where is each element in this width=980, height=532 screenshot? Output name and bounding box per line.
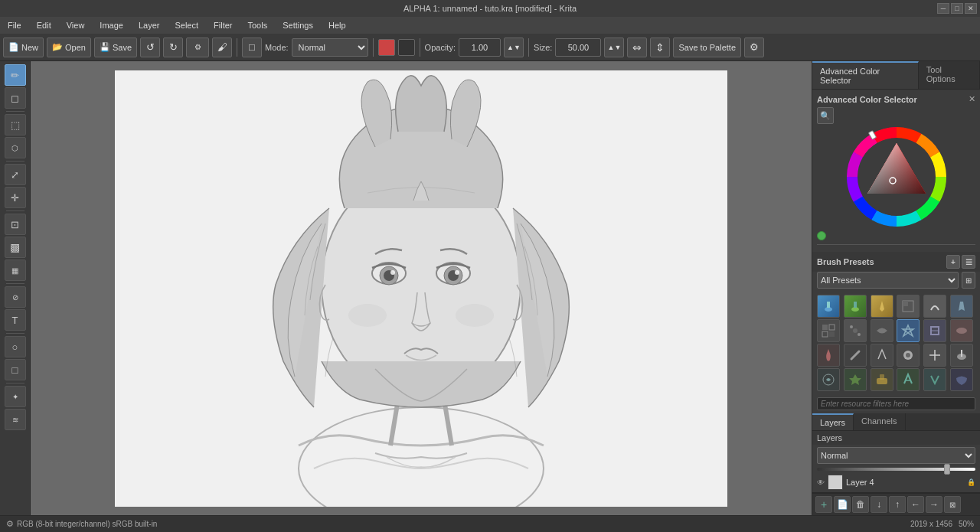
brush-item[interactable] — [871, 344, 893, 367]
tool-fill[interactable]: ▩ — [5, 237, 26, 258]
open-button[interactable]: 📂 Open — [47, 38, 91, 57]
add-layer-button[interactable]: + — [815, 496, 832, 513]
layer-lock-icon[interactable]: 🔒 — [967, 478, 975, 486]
brush-item[interactable] — [817, 344, 840, 367]
tab-layers[interactable]: Layers — [812, 413, 854, 430]
tool-move[interactable]: ✛ — [5, 187, 26, 208]
layers-opacity-slider[interactable] — [817, 468, 975, 471]
eyedropper-icon[interactable]: 🔍 — [817, 107, 834, 124]
tool-eyedropper[interactable]: ⊘ — [5, 286, 26, 308]
brush-item[interactable] — [950, 319, 973, 342]
menu-help[interactable]: Help — [324, 19, 351, 31]
menu-settings[interactable]: Settings — [278, 19, 318, 31]
menu-file[interactable]: File — [3, 19, 26, 31]
mirror-v-button[interactable]: ⇕ — [650, 38, 670, 57]
brush-item[interactable] — [897, 319, 920, 342]
bg-color-button[interactable] — [398, 39, 415, 56]
brush-item[interactable] — [897, 368, 920, 391]
menu-filter[interactable]: Filter — [209, 19, 237, 31]
brush-item[interactable] — [817, 319, 840, 342]
new-button[interactable]: 📄 New — [3, 38, 44, 57]
presets-add-button[interactable]: + — [946, 255, 960, 269]
brush-item[interactable] — [817, 295, 840, 318]
brush-item[interactable] — [897, 295, 920, 318]
tab-channels[interactable]: Channels — [854, 413, 905, 430]
palette-options-button[interactable]: ⚙ — [744, 38, 764, 57]
canvas[interactable] — [115, 70, 727, 507]
opacity-input[interactable]: 1.00 — [459, 38, 501, 57]
tool-selection-rect[interactable]: ⬚ — [5, 114, 26, 135]
tool-blur[interactable]: ≋ — [5, 409, 26, 430]
canvas-area[interactable] — [31, 61, 812, 515]
brush-item[interactable] — [844, 344, 867, 367]
mode-select[interactable]: Normal Multiply Screen Overlay — [292, 38, 368, 57]
color-selector-close[interactable]: ✕ — [969, 94, 975, 104]
tool-shape-ellipse[interactable]: ○ — [5, 336, 26, 357]
tool-selection-freehand[interactable]: ⬡ — [5, 137, 26, 158]
menu-view[interactable]: View — [62, 19, 90, 31]
duplicate-layer-button[interactable]: 📄 — [834, 496, 851, 513]
close-button[interactable]: ✕ — [965, 3, 977, 14]
brush-item[interactable] — [871, 295, 893, 318]
brush-mode-button[interactable]: □ — [242, 38, 262, 57]
presets-view-options[interactable]: ⊞ — [962, 272, 975, 289]
tab-tool-options[interactable]: Tool Options — [919, 61, 980, 89]
brush-item[interactable] — [817, 368, 840, 391]
delete-layer-button[interactable]: 🗑 — [852, 496, 869, 513]
presets-options-button[interactable]: ☰ — [962, 255, 975, 269]
brush-item[interactable] — [844, 368, 867, 391]
menu-image[interactable]: Image — [95, 19, 128, 31]
flatten-button[interactable]: → — [926, 496, 942, 513]
brush-preset-button[interactable]: 🖌 — [212, 38, 232, 57]
undo-button[interactable]: ↺ — [140, 38, 160, 57]
tool-eraser[interactable]: ◻ — [5, 87, 26, 109]
opacity-up-button[interactable]: ▲▼ — [504, 38, 524, 57]
layer-visibility-icon[interactable]: 👁 — [817, 478, 825, 487]
tool-shape-rect[interactable]: □ — [5, 359, 26, 380]
tool-crop[interactable]: ⊡ — [5, 214, 26, 235]
size-up-button[interactable]: ▲▼ — [604, 38, 624, 57]
brush-item[interactable] — [871, 368, 893, 391]
brush-item[interactable] — [897, 344, 920, 367]
presets-category-select[interactable]: All Presets — [817, 272, 959, 289]
brush-options-button[interactable]: ⚙ — [186, 38, 209, 57]
layer-properties-button[interactable]: ⊠ — [944, 496, 961, 513]
brush-item[interactable] — [923, 319, 946, 342]
tool-gradient[interactable]: ▦ — [5, 259, 26, 281]
merge-down-button[interactable]: ← — [907, 496, 924, 513]
menu-select[interactable]: Select — [170, 19, 203, 31]
tool-transform[interactable]: ⤢ — [5, 164, 26, 185]
brush-item[interactable] — [923, 344, 946, 367]
move-up-button[interactable]: ↑ — [889, 496, 906, 513]
layer-blend-select[interactable]: Normal Multiply Screen Overlay — [817, 447, 975, 464]
menu-tools[interactable]: Tools — [243, 19, 273, 31]
save-button[interactable]: 💾 Save — [94, 38, 137, 57]
redo-button[interactable]: ↻ — [163, 38, 183, 57]
presets-filter-input[interactable] — [817, 397, 975, 410]
maximize-button[interactable]: □ — [951, 3, 963, 14]
titlebar: ALPHA 1: unnamed - tuto.kra [modified] -… — [0, 0, 980, 17]
size-input[interactable]: 50.00 — [555, 38, 601, 57]
brush-item[interactable] — [844, 295, 867, 318]
status-tool-icon[interactable]: ⚙ — [6, 519, 14, 529]
brush-item[interactable] — [844, 319, 867, 342]
brush-item[interactable] — [923, 295, 946, 318]
brush-item[interactable] — [950, 344, 973, 367]
menu-layer[interactable]: Layer — [134, 19, 165, 31]
layer-item[interactable]: 👁 Layer 4 🔒 — [812, 472, 980, 493]
fg-color-button[interactable] — [378, 39, 395, 56]
brush-item[interactable] — [950, 295, 973, 318]
color-wheel[interactable] — [847, 127, 946, 227]
minimize-button[interactable]: ─ — [937, 3, 949, 14]
tool-smart-patch[interactable]: ✦ — [5, 386, 26, 407]
tool-freehand-brush[interactable]: ✏ — [5, 64, 26, 86]
tool-text[interactable]: T — [5, 309, 26, 331]
brush-item[interactable] — [950, 368, 973, 391]
brush-item[interactable] — [871, 319, 893, 342]
move-down-button[interactable]: ↓ — [871, 496, 887, 513]
mirror-h-button[interactable]: ⇔ — [627, 38, 647, 57]
tab-advanced-color[interactable]: Advanced Color Selector — [812, 61, 919, 89]
save-palette-button[interactable]: Save to Palette — [673, 38, 741, 57]
menu-edit[interactable]: Edit — [32, 19, 56, 31]
brush-item[interactable] — [923, 368, 946, 391]
